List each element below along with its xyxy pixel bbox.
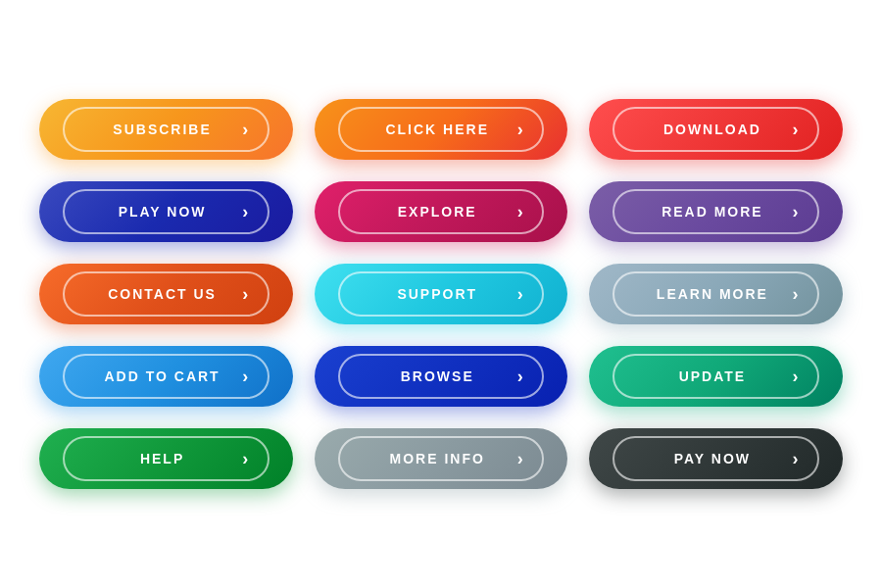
support-label: SUPPORT bbox=[358, 286, 517, 302]
help-inner: HELP› bbox=[63, 436, 270, 481]
browse-label: BROWSE bbox=[358, 368, 517, 384]
add-to-cart-button[interactable]: ADD TO CART› bbox=[39, 346, 293, 407]
learn-more-inner: LEARN MORE› bbox=[612, 271, 819, 317]
update-inner: UPDATE› bbox=[612, 354, 819, 399]
contact-us-label: CONTACT US bbox=[82, 286, 242, 302]
add-to-cart-inner: ADD TO CART› bbox=[63, 354, 270, 399]
update-label: UPDATE bbox=[632, 368, 792, 384]
add-to-cart-arrow-icon: › bbox=[242, 368, 250, 385]
contact-us-button[interactable]: CONTACT US› bbox=[39, 264, 293, 324]
more-info-inner: MORE INFO› bbox=[338, 436, 545, 481]
browse-button[interactable]: BROWSE› bbox=[315, 346, 568, 407]
read-more-button[interactable]: READ MORE› bbox=[589, 181, 843, 242]
subscribe-button[interactable]: SUBSCRIBE› bbox=[39, 99, 293, 160]
more-info-label: MORE INFO bbox=[358, 451, 517, 466]
subscribe-inner: SUBSCRIBE› bbox=[63, 107, 270, 152]
download-label: DOWNLOAD bbox=[632, 122, 792, 137]
download-button[interactable]: DOWNLOAD› bbox=[589, 99, 843, 160]
update-button[interactable]: UPDATE› bbox=[589, 346, 843, 407]
pay-now-label: PAY NOW bbox=[632, 451, 792, 466]
play-now-label: PLAY NOW bbox=[82, 204, 242, 220]
download-inner: DOWNLOAD› bbox=[612, 107, 819, 152]
pay-now-arrow-icon: › bbox=[792, 450, 800, 467]
pay-now-inner: PAY NOW› bbox=[612, 436, 819, 481]
click-here-arrow-icon: › bbox=[517, 121, 525, 138]
explore-button[interactable]: EXPLORE› bbox=[315, 181, 568, 242]
support-arrow-icon: › bbox=[517, 285, 525, 303]
pay-now-button[interactable]: PAY NOW› bbox=[589, 428, 843, 489]
help-arrow-icon: › bbox=[242, 450, 250, 467]
play-now-arrow-icon: › bbox=[242, 203, 250, 220]
button-grid: SUBSCRIBE›CLICK HERE›DOWNLOAD›PLAY NOW›E… bbox=[0, 60, 882, 528]
support-inner: SUPPORT› bbox=[338, 271, 545, 317]
click-here-inner: CLICK HERE› bbox=[338, 107, 545, 152]
download-arrow-icon: › bbox=[792, 121, 800, 138]
explore-arrow-icon: › bbox=[517, 203, 525, 220]
contact-us-arrow-icon: › bbox=[242, 285, 250, 303]
learn-more-button[interactable]: LEARN MORE› bbox=[589, 264, 843, 324]
learn-more-label: LEARN MORE bbox=[632, 286, 792, 302]
read-more-arrow-icon: › bbox=[792, 203, 800, 220]
explore-label: EXPLORE bbox=[358, 204, 517, 220]
play-now-button[interactable]: PLAY NOW› bbox=[39, 181, 293, 242]
explore-inner: EXPLORE› bbox=[338, 189, 545, 234]
more-info-button[interactable]: MORE INFO› bbox=[315, 428, 568, 489]
browse-inner: BROWSE› bbox=[338, 354, 545, 399]
contact-us-inner: CONTACT US› bbox=[63, 271, 270, 317]
support-button[interactable]: SUPPORT› bbox=[315, 264, 568, 324]
read-more-label: READ MORE bbox=[632, 204, 792, 220]
subscribe-label: SUBSCRIBE bbox=[82, 122, 242, 137]
add-to-cart-label: ADD TO CART bbox=[82, 368, 242, 384]
play-now-inner: PLAY NOW› bbox=[63, 189, 270, 234]
learn-more-arrow-icon: › bbox=[792, 285, 800, 303]
read-more-inner: READ MORE› bbox=[612, 189, 819, 234]
update-arrow-icon: › bbox=[792, 368, 800, 385]
click-here-button[interactable]: CLICK HERE› bbox=[315, 99, 568, 160]
browse-arrow-icon: › bbox=[517, 368, 525, 385]
help-label: HELP bbox=[82, 451, 242, 466]
click-here-label: CLICK HERE bbox=[358, 122, 517, 137]
subscribe-arrow-icon: › bbox=[242, 121, 250, 138]
more-info-arrow-icon: › bbox=[517, 450, 525, 467]
help-button[interactable]: HELP› bbox=[39, 428, 293, 489]
